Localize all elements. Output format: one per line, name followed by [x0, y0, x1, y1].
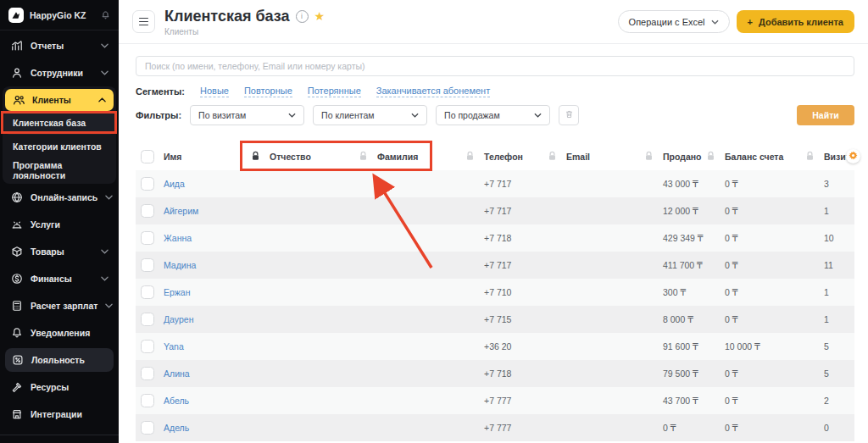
row-checkbox-cell [136, 204, 164, 218]
chevron-down-icon [105, 195, 113, 200]
column-lock-icon[interactable] [251, 151, 260, 163]
filters-row: Фильтры: По визитамПо клиентамПо продажа… [136, 105, 854, 125]
select-all-checkbox[interactable] [141, 150, 154, 163]
client-name-link[interactable]: Аида [164, 179, 251, 189]
sidebar-item-resources[interactable]: Ресурсы [0, 374, 119, 401]
client-name-link[interactable]: Айгерим [164, 206, 251, 216]
sidebar-item-reports[interactable]: Отчеты [0, 32, 119, 59]
sidebar-subitem[interactable]: Клиентская база [4, 111, 114, 135]
row-checkbox[interactable] [141, 394, 154, 407]
row-checkbox[interactable] [141, 313, 154, 326]
row-checkbox[interactable] [141, 285, 154, 299]
filter-select[interactable]: По продажам [436, 105, 550, 125]
dollar-coin-icon [10, 273, 23, 285]
info-icon[interactable]: i [296, 10, 309, 23]
phone-cell: +7 717 [465, 206, 548, 216]
phone-cell: +7 717 [465, 260, 548, 270]
excel-operations-button[interactable]: Операции с Excel [618, 10, 730, 33]
column-label: Продано [663, 152, 702, 162]
column-lock-icon[interactable] [359, 151, 368, 163]
client-name-link[interactable]: Мадина [164, 260, 251, 270]
segment-link[interactable]: Потерянные [308, 86, 361, 97]
row-checkbox[interactable] [141, 204, 154, 218]
table-row: Ержан+7 710300 ₸0 ₸1 [136, 279, 854, 306]
column-lock-icon[interactable] [805, 151, 815, 163]
sidebar-item-finance[interactable]: Финансы [0, 265, 119, 292]
search-input[interactable] [136, 56, 854, 76]
column-lock-icon[interactable] [706, 151, 715, 163]
table-body: Аида+7 71743 000 ₸0 ₸3Айгерим+7 71712 00… [136, 170, 854, 441]
segment-link[interactable]: Повторные [244, 86, 292, 97]
sidebar-item-services[interactable]: Услуги [0, 211, 119, 238]
segment-link[interactable]: Заканчивается абонемент [376, 86, 490, 97]
client-name-link[interactable]: Жанна [164, 233, 251, 243]
phone-cell: +7 777 [465, 423, 548, 433]
sidebar-subitem[interactable]: Программа лояльности [3, 158, 116, 182]
favorite-star-icon[interactable]: ★ [314, 10, 326, 22]
segment-links: НовыеПовторныеПотерянныеЗаканчивается аб… [200, 86, 490, 97]
column-header-Баланс счета: Баланс счета [706, 151, 805, 163]
add-client-button[interactable]: + Добавить клиента [737, 10, 854, 33]
percent-icon [11, 354, 24, 366]
row-checkbox[interactable] [141, 421, 154, 435]
row-checkbox[interactable] [141, 231, 154, 245]
sidebar-item-label: Клиенты [32, 95, 92, 105]
table-settings-button[interactable] [846, 149, 860, 163]
sidebar-subitem[interactable]: Категории клиентов [3, 135, 116, 158]
sidebar-item-label: Сотрудники [31, 68, 93, 78]
filter-select[interactable]: По визитам [190, 105, 304, 125]
row-checkbox[interactable] [141, 177, 154, 191]
balance-cell: 0 ₸ [706, 314, 805, 324]
client-name-link[interactable]: Yana [164, 341, 251, 352]
trash-icon [565, 109, 574, 122]
sidebar-item-products[interactable]: Товары [0, 238, 119, 265]
sidebar-item-notifications[interactable]: Уведомления [0, 319, 119, 346]
sidebar-item-label: Ресурсы [31, 382, 108, 392]
clear-filters-button[interactable] [559, 105, 579, 125]
filter-select[interactable]: По клиентам [313, 105, 427, 125]
client-name-link[interactable]: Ержан [164, 287, 251, 297]
row-checkbox-cell [136, 258, 164, 272]
sidebar-item-loyalty[interactable]: Лояльность [5, 348, 114, 372]
column-label: Email [566, 152, 590, 162]
row-checkbox[interactable] [141, 258, 154, 272]
sold-cell: 8 000 ₸ [644, 314, 706, 324]
sold-cell: 12 000 ₸ [644, 206, 706, 216]
client-name-link[interactable]: Даурен [164, 314, 251, 324]
sidebar-item-integrations[interactable]: Интеграции [0, 401, 119, 428]
phone-cell: +7 715 [465, 314, 548, 324]
content: Сегменты: НовыеПовторныеПотерянныеЗаканч… [119, 44, 868, 441]
segment-link[interactable]: Новые [200, 86, 229, 97]
column-lock-icon[interactable] [465, 151, 475, 163]
client-name-link[interactable]: Адель [164, 423, 251, 433]
sold-cell: 43 700 ₸ [644, 396, 706, 406]
app-title: HappyGio KZ [30, 10, 95, 20]
sidebar-item-employees[interactable]: Сотрудники [0, 59, 119, 86]
sidebar-item-online-booking[interactable]: Онлайн-запись [0, 184, 119, 211]
find-button[interactable]: Найти [797, 105, 854, 125]
visits-cell: 1 [805, 314, 854, 324]
table-row: Абель+7 77743 700 ₸0 ₸2 [136, 387, 854, 414]
row-checkbox-cell [136, 367, 164, 380]
notifications-bell-icon[interactable] [101, 10, 110, 20]
chevron-down-icon [534, 113, 542, 118]
table-row: Yana+36 2091 600 ₸10 000 ₸5 [136, 333, 854, 360]
sidebar-item-clients[interactable]: Клиенты [5, 89, 114, 111]
client-name-link[interactable]: Абель [164, 396, 251, 406]
column-lock-icon[interactable] [644, 151, 654, 163]
chart-icon [10, 40, 23, 52]
visits-cell: 5 [805, 341, 854, 352]
client-name-link[interactable]: Алина [164, 368, 251, 379]
filter-select-value: По визитам [198, 110, 246, 120]
sold-cell: 429 349 ₸ [644, 233, 706, 243]
column-lock-icon[interactable] [548, 151, 557, 163]
row-checkbox[interactable] [141, 340, 154, 353]
menu-toggle-button[interactable] [132, 10, 155, 33]
chevron-up-icon [98, 97, 106, 102]
globe-icon [10, 191, 23, 203]
sidebar-header: HappyGio KZ [0, 0, 119, 30]
chevron-down-icon [101, 43, 108, 48]
sidebar-item-payroll[interactable]: Расчет зарплат [0, 292, 119, 319]
row-checkbox[interactable] [141, 367, 154, 380]
chevron-down-icon [411, 113, 419, 118]
